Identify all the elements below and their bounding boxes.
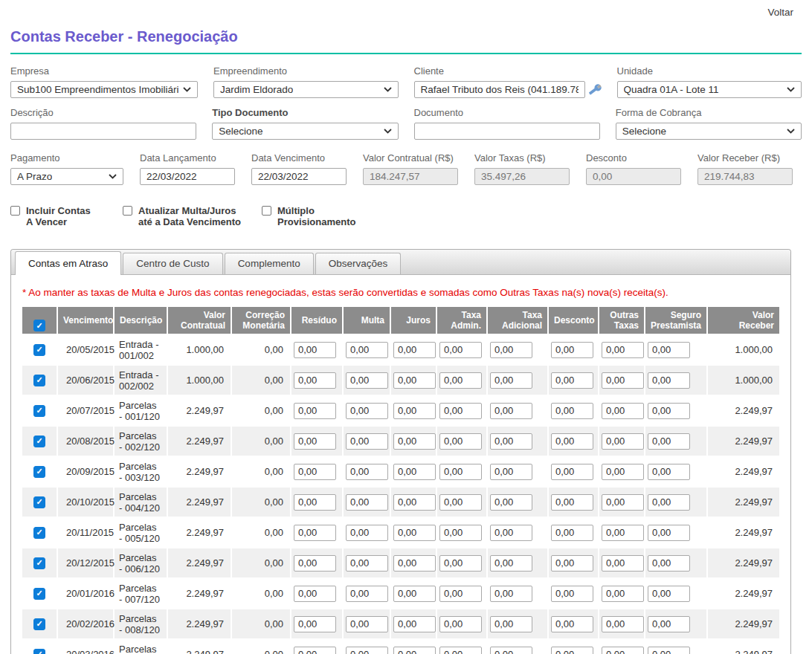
taxa-admin-input[interactable] (439, 403, 482, 419)
taxa-adicional-input[interactable] (490, 494, 532, 511)
outras-taxas-input[interactable] (602, 555, 644, 572)
residuo-input[interactable] (294, 525, 336, 541)
data-lancamento-input[interactable] (140, 168, 235, 185)
taxa-admin-input[interactable] (439, 525, 482, 541)
multa-input[interactable] (346, 586, 388, 602)
seguro-prestamista-input[interactable] (648, 342, 690, 358)
taxa-adicional-input[interactable] (490, 647, 532, 654)
row-checkbox[interactable]: ✓ (33, 375, 45, 386)
seguro-prestamista-input[interactable] (648, 555, 690, 572)
desconto-input[interactable] (551, 647, 593, 654)
multa-input[interactable] (346, 403, 388, 419)
taxa-admin-input[interactable] (439, 433, 482, 450)
row-checkbox[interactable]: ✓ (33, 588, 45, 600)
taxa-admin-input[interactable] (439, 494, 482, 511)
taxa-adicional-input[interactable] (490, 433, 532, 450)
desconto-input[interactable] (551, 494, 593, 511)
desconto-input[interactable] (551, 433, 593, 450)
incluir-contas-checkbox[interactable] (10, 206, 20, 216)
option-multiplo-provisionamento[interactable]: Múltiplo Provisionamento (262, 205, 355, 227)
outras-taxas-input[interactable] (602, 616, 644, 632)
tab-complemento[interactable]: Complemento (225, 253, 314, 274)
multa-input[interactable] (346, 433, 388, 450)
multa-input[interactable] (346, 464, 388, 480)
descricao-input[interactable] (10, 123, 196, 140)
taxa-admin-input[interactable] (439, 372, 482, 389)
juros-input[interactable] (393, 555, 436, 572)
row-checkbox[interactable]: ✓ (33, 344, 45, 356)
desconto-input[interactable] (551, 616, 593, 632)
unidade-select[interactable]: Quadra 01A - Lote 11 (617, 81, 802, 98)
juros-input[interactable] (393, 616, 436, 632)
voltar-link[interactable]: Voltar (767, 7, 793, 18)
multa-input[interactable] (346, 647, 388, 654)
juros-input[interactable] (393, 403, 436, 419)
seguro-prestamista-input[interactable] (648, 494, 690, 511)
outras-taxas-input[interactable] (602, 464, 644, 480)
residuo-input[interactable] (294, 342, 336, 358)
forma-cobranca-select[interactable]: Selecione (616, 123, 802, 140)
residuo-input[interactable] (294, 647, 336, 654)
seguro-prestamista-input[interactable] (648, 403, 690, 419)
seguro-prestamista-input[interactable] (648, 616, 690, 632)
desconto-input[interactable] (551, 403, 593, 419)
cliente-input[interactable] (414, 81, 585, 98)
data-vencimento-input[interactable] (251, 168, 347, 185)
row-checkbox[interactable]: ✓ (33, 527, 45, 539)
desconto-input[interactable] (551, 586, 593, 602)
juros-input[interactable] (393, 433, 436, 450)
desconto-input[interactable] (551, 464, 593, 480)
row-checkbox[interactable]: ✓ (33, 436, 45, 447)
juros-input[interactable] (393, 647, 436, 654)
juros-input[interactable] (393, 494, 436, 511)
multa-input[interactable] (346, 494, 388, 511)
multiplo-provisionamento-checkbox[interactable] (262, 206, 271, 216)
outras-taxas-input[interactable] (602, 647, 644, 654)
residuo-input[interactable] (294, 616, 336, 632)
residuo-input[interactable] (294, 555, 336, 572)
juros-input[interactable] (393, 525, 436, 541)
residuo-input[interactable] (294, 403, 336, 419)
seguro-prestamista-input[interactable] (648, 372, 690, 389)
residuo-input[interactable] (294, 372, 336, 389)
taxa-adicional-input[interactable] (490, 586, 532, 602)
taxa-adicional-input[interactable] (490, 464, 532, 480)
row-checkbox[interactable]: ✓ (33, 466, 45, 478)
residuo-input[interactable] (294, 494, 336, 511)
juros-input[interactable] (393, 372, 436, 389)
outras-taxas-input[interactable] (602, 494, 644, 511)
documento-input[interactable] (414, 123, 600, 140)
taxa-adicional-input[interactable] (490, 342, 532, 358)
seguro-prestamista-input[interactable] (648, 525, 690, 541)
taxa-adicional-input[interactable] (490, 616, 532, 632)
wrench-icon[interactable] (589, 83, 602, 96)
outras-taxas-input[interactable] (602, 586, 644, 602)
tipo-documento-select[interactable]: Selecione (212, 123, 398, 140)
multa-input[interactable] (346, 372, 388, 389)
option-atualizar-multa-juros[interactable]: Atualizar Multa/Juros até a Data Vencime… (123, 205, 262, 227)
option-incluir-contas-a-vencer[interactable]: Incluir Contas A Vencer (10, 205, 123, 227)
taxa-adicional-input[interactable] (490, 403, 532, 419)
row-checkbox[interactable]: ✓ (33, 618, 45, 630)
desconto-input[interactable] (551, 555, 593, 572)
taxa-admin-input[interactable] (439, 342, 482, 358)
seguro-prestamista-input[interactable] (648, 464, 690, 480)
taxa-adicional-input[interactable] (490, 525, 532, 541)
outras-taxas-input[interactable] (602, 433, 644, 450)
desconto-input[interactable] (551, 342, 593, 358)
desconto-input[interactable] (551, 525, 593, 541)
tab-observacoes[interactable]: Observações (315, 253, 402, 274)
outras-taxas-input[interactable] (602, 342, 644, 358)
taxa-adicional-input[interactable] (490, 372, 532, 389)
multa-input[interactable] (346, 525, 388, 541)
juros-input[interactable] (393, 464, 436, 480)
taxa-adicional-input[interactable] (490, 555, 532, 572)
seguro-prestamista-input[interactable] (648, 433, 690, 450)
taxa-admin-input[interactable] (439, 647, 482, 654)
row-checkbox[interactable]: ✓ (33, 405, 45, 417)
taxa-admin-input[interactable] (439, 586, 482, 602)
multa-input[interactable] (346, 555, 388, 572)
row-checkbox[interactable]: ✓ (33, 496, 45, 508)
juros-input[interactable] (393, 342, 436, 358)
residuo-input[interactable] (294, 433, 336, 450)
